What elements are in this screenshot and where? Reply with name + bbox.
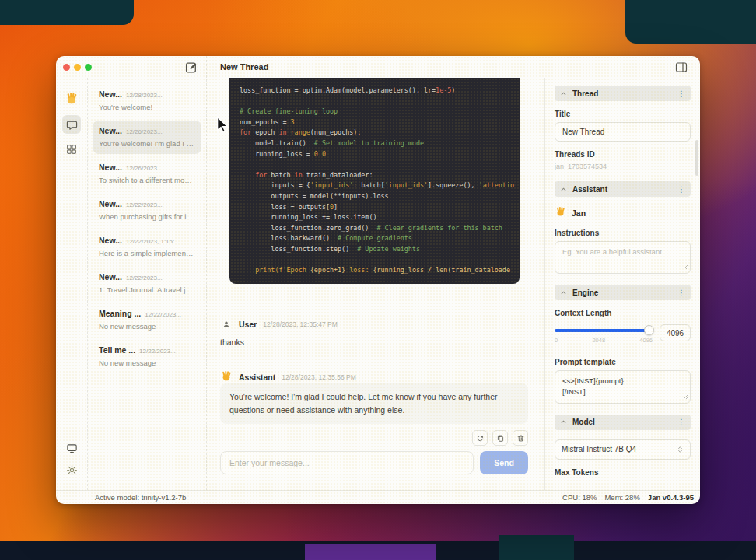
thread-date: 12/26/2023... [126, 165, 163, 172]
assistant-section-header[interactable]: Assistant ⋮ [555, 181, 691, 197]
instructions-textarea[interactable]: Eg. You are a helpful assistant. [555, 241, 691, 274]
copy-button[interactable] [492, 430, 508, 446]
code-line: running_loss = 0.0 [240, 149, 509, 160]
send-button[interactable]: Send [480, 451, 528, 474]
thread-preview: You're welcome! I'm glad I cou... [99, 139, 195, 148]
assistant-name: Jan [572, 208, 586, 218]
code-line: model.train() # Set model to training mo… [240, 138, 509, 149]
wallpaper-shape [0, 0, 134, 25]
thread-date: 12/26/2023... [126, 128, 163, 135]
thread-title: New... [99, 126, 122, 135]
thread-list-item[interactable]: Tell me ... 12/22/2023... No new message [93, 340, 201, 373]
tick-max: 4096 [639, 337, 653, 344]
thread-list-item[interactable]: New... 12/26/2023... To switch to a diff… [93, 157, 201, 191]
context-length-slider[interactable]: 0 2048 4096 [555, 324, 653, 341]
thread-preview: When purchasing gifts for in-... [99, 212, 195, 221]
thread-section-title: Thread [572, 89, 672, 98]
assistant-message-bubble: You're welcome! I'm glad I could help. L… [220, 383, 528, 424]
thread-date: 12/22/2023... [139, 348, 176, 355]
thread-preview: No new message [99, 322, 195, 331]
kebab-menu-icon[interactable]: ⋮ [677, 185, 685, 194]
thread-preview: 1. Travel Journal: A travel journ... [99, 285, 195, 294]
code-line: running_loss += loss.item() [240, 212, 509, 223]
thread-list-item[interactable]: Meaning ... 12/22/2023... No new message [93, 303, 201, 337]
thread-section-header[interactable]: Thread ⋮ [555, 86, 691, 101]
code-line [240, 159, 509, 170]
assistant-section-title: Assistant [572, 185, 672, 194]
jan-app-window: New Thread [56, 56, 700, 504]
panel-scrollbar[interactable] [695, 140, 698, 176]
thread-title: New... [99, 272, 122, 282]
thread-list-item[interactable]: New... 12/22/2023... 1. Travel Journal: … [93, 267, 201, 300]
wallpaper-shape [305, 544, 436, 560]
composer: Send [220, 451, 528, 474]
model-section-header[interactable]: Model ⋮ [555, 415, 691, 430]
kebab-menu-icon[interactable]: ⋮ [677, 89, 685, 98]
regenerate-button[interactable] [472, 430, 488, 446]
message-input[interactable] [220, 451, 474, 474]
thread-date: 12/22/2023, 1:15:... [126, 238, 180, 245]
thread-title-input[interactable]: New Thread [555, 122, 691, 142]
chevron-up-icon [560, 187, 567, 192]
kebab-menu-icon[interactable]: ⋮ [677, 289, 685, 297]
settings-gear-icon[interactable] [62, 460, 81, 479]
right-settings-panel: Thread ⋮ Title New Thread Threads ID jan… [545, 78, 700, 490]
thread-list-item[interactable]: New... 12/28/2023... You're welcome! [93, 84, 201, 117]
left-icon-rail [56, 78, 87, 490]
code-block[interactable]: loss_function = optim.Adam(model.paramet… [229, 78, 520, 284]
code-line: num_epochs = 3 [240, 117, 509, 128]
jan-wave-icon [555, 205, 566, 220]
model-dropdown[interactable]: Mistral Instruct 7B Q4 [555, 439, 691, 460]
user-message-header: User 12/28/2023, 12:35:47 PM [220, 318, 338, 331]
chevron-up-icon [560, 419, 567, 425]
thread-date: 12/28/2023... [126, 92, 163, 99]
code-line: for epoch in range(num_epochs): [240, 128, 509, 138]
context-length-value[interactable]: 4096 [660, 324, 691, 341]
resize-grip-icon[interactable] [683, 394, 688, 400]
minimize-window-button[interactable] [74, 64, 81, 71]
prompt-template-textarea[interactable]: <s>[INST]{prompt} [/INST] [555, 370, 691, 404]
right-panel-toggle-icon[interactable] [675, 61, 688, 73]
code-line: loss_function.step() # Update weights [240, 244, 509, 255]
slider-handle[interactable] [644, 325, 654, 335]
max-tokens-label: Max Tokens [555, 468, 691, 477]
thread-title: Meaning ... [99, 309, 141, 318]
thread-title: New... [99, 89, 122, 99]
code-line [240, 255, 509, 266]
code-line: loss_function = optim.Adam(model.paramet… [240, 86, 509, 96]
code-line: loss = outputs[0] [240, 202, 509, 213]
thread-date: 12/22/2023... [126, 275, 163, 282]
wallpaper-shape [625, 0, 756, 44]
engine-section-header[interactable]: Engine ⋮ [555, 285, 691, 300]
new-thread-icon[interactable] [185, 61, 198, 74]
model-selected-value: Mistral Instruct 7B Q4 [562, 445, 677, 453]
thread-list-item[interactable]: New... 12/22/2023... When purchasing gif… [93, 194, 201, 227]
assistant-avatar-wave-icon [220, 369, 233, 385]
thread-preview: No new message [99, 359, 195, 367]
rail-threads-tab[interactable] [62, 115, 81, 134]
close-window-button[interactable] [63, 64, 70, 71]
thread-list-item[interactable]: New... 12/26/2023... You're welcome! I'm… [93, 121, 201, 154]
threads-id-value: jan_1703574534 [555, 163, 691, 170]
kebab-menu-icon[interactable]: ⋮ [677, 418, 685, 426]
thread-list-item[interactable]: New... 12/22/2023, 1:15:... Here is a si… [93, 230, 201, 264]
title-label: Title [555, 110, 691, 118]
code-line: print(f'Epoch {epoch+1} loss: {running_l… [240, 265, 509, 276]
jan-logo-wave-icon [62, 89, 81, 107]
page-title: New Thread [220, 62, 268, 72]
titlebar[interactable]: New Thread [56, 56, 700, 78]
tick-min: 0 [555, 337, 558, 344]
window-controls [63, 64, 92, 71]
zoom-window-button[interactable] [85, 64, 92, 71]
system-monitor-icon[interactable] [62, 439, 81, 457]
assistant-message-header: Assistant 12/28/2023, 12:35:56 PM [220, 369, 356, 385]
resize-grip-icon[interactable] [683, 264, 688, 270]
delete-button[interactable] [513, 430, 528, 446]
chevron-up-icon [560, 290, 567, 296]
user-avatar-icon [220, 318, 233, 331]
rail-hub-tab[interactable] [62, 140, 81, 159]
code-line: # Create fine-tuning loop [240, 107, 509, 117]
wallpaper-shape [499, 535, 574, 560]
thread-title: Tell me ... [99, 345, 135, 355]
code-line [240, 96, 509, 107]
